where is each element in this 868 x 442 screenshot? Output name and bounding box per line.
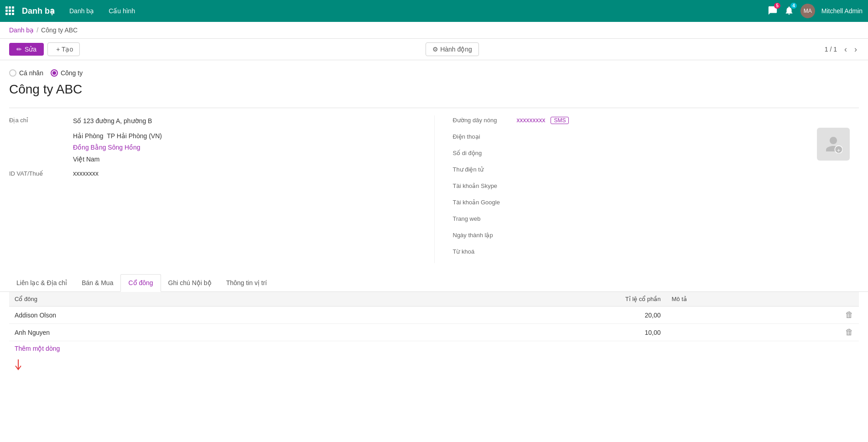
next-page-button[interactable]: › xyxy=(852,45,859,54)
nav-cau-hinh[interactable]: Cấu hình xyxy=(105,5,139,16)
shareholder-ratio: 20,00 xyxy=(358,307,666,324)
col-description: Mô tả xyxy=(666,292,840,307)
nav-danh-ba[interactable]: Danh bạ xyxy=(66,5,98,16)
mobile-field-row: Số di động xyxy=(453,148,852,161)
breadcrumb-parent[interactable]: Danh bạ xyxy=(9,26,34,34)
form-section: Địa chỉ Số 123 đường A, phường B Hải Phò… xyxy=(9,115,859,263)
prev-page-button[interactable]: ‹ xyxy=(842,45,849,54)
add-row-container: Thêm một dòng xyxy=(9,341,859,356)
vat-field-row: ID VAT/Thuế xxxxxxxx xyxy=(9,169,427,182)
breadcrumb-separator: / xyxy=(36,26,38,34)
type-company-label: Công ty xyxy=(61,69,83,77)
app-title: Danh bạ xyxy=(22,6,55,16)
phone-field-row: Điện thoại xyxy=(453,132,852,145)
tab-ban-mua[interactable]: Bán & Mua xyxy=(74,275,120,292)
col-ratio: Tỉ lệ cổ phần xyxy=(358,292,666,307)
type-individual-radio[interactable] xyxy=(9,69,16,77)
arrow-svg xyxy=(15,358,33,371)
shareholder-name: Addison Olson xyxy=(9,307,358,324)
type-individual-label: Cá nhân xyxy=(19,69,43,77)
founded-field-row: Ngày thành lập xyxy=(453,230,852,243)
hotline-value: xxxxxxxxx SMS xyxy=(517,115,569,125)
phone-label: Điện thoại xyxy=(453,132,517,140)
type-company-option[interactable]: Công ty xyxy=(51,69,83,77)
activities-badge: 4 xyxy=(790,3,797,9)
shareholder-description xyxy=(666,307,840,324)
main-content: Cá nhân Công ty Công ty ABC + Địa chỉ xyxy=(0,60,868,442)
website-field-row: Trang web xyxy=(453,214,852,227)
tab-lien-lac[interactable]: Liên lạc & Địa chỉ xyxy=(9,275,74,292)
keywords-field-row: Từ khoá xyxy=(453,247,852,260)
shareholder-name: Anh Nguyen xyxy=(9,324,358,341)
address-field-row: Địa chỉ Số 123 đường A, phường B Hải Phò… xyxy=(9,115,427,165)
address-region[interactable]: Đồng Bằng Sông Hồng xyxy=(73,144,140,151)
activities-icon-btn[interactable]: 4 xyxy=(784,5,794,17)
email-field-row: Thư điện tử xyxy=(453,165,852,177)
pagination-info: 1 / 1 xyxy=(825,46,837,53)
tab-thong-tin[interactable]: Thông tin vị trí xyxy=(219,275,275,292)
gear-icon: ⚙ xyxy=(432,46,438,53)
type-individual-option[interactable]: Cá nhân xyxy=(9,69,43,77)
hotline-link[interactable]: xxxxxxxxx xyxy=(517,116,546,124)
col-shareholder: Cổ đông xyxy=(9,292,358,307)
apps-menu-icon[interactable] xyxy=(5,6,15,16)
user-avatar[interactable]: MA xyxy=(800,4,815,18)
address-country: Việt Nam xyxy=(73,154,162,165)
vat-value: xxxxxxxx xyxy=(73,169,99,178)
type-company-radio[interactable] xyxy=(51,69,58,77)
arrow-indicator xyxy=(9,356,859,380)
address-label: Địa chỉ xyxy=(9,115,73,124)
table-header-row: Cổ đông Tỉ lệ cổ phần Mô tả xyxy=(9,292,859,307)
keywords-label: Từ khoá xyxy=(453,247,517,255)
shareholder-description xyxy=(666,324,840,341)
skype-field-row: Tài khoản Skype xyxy=(453,181,852,194)
vat-label: ID VAT/Thuế xyxy=(9,169,73,177)
tab-ghi-chu[interactable]: Ghi chú Nội bộ xyxy=(161,275,219,292)
breadcrumb: Danh bạ / Công ty ABC xyxy=(0,22,868,39)
shareholder-ratio: 10,00 xyxy=(358,324,666,341)
hotline-label: Đường dây nóng xyxy=(453,115,517,124)
delete-shareholder-button[interactable]: 🗑 xyxy=(845,328,853,337)
shareholders-table: Cổ đông Tỉ lệ cổ phần Mô tả Addison Olso… xyxy=(9,292,859,341)
type-selector: Cá nhân Công ty xyxy=(9,69,859,77)
sms-button[interactable]: SMS xyxy=(551,117,569,124)
messages-badge: 5 xyxy=(774,3,780,9)
table-row: Addison Olson 20,00 🗑 xyxy=(9,307,859,324)
google-field-row: Tài khoản Google xyxy=(453,198,852,210)
address-value: Số 123 đường A, phường B Hải Phòng TP Hả… xyxy=(73,115,162,165)
action-button[interactable]: ⚙ Hành động xyxy=(426,42,479,56)
pencil-icon: ✏ xyxy=(16,46,22,53)
address-line1: Số 123 đường A, phường B xyxy=(73,115,162,127)
mobile-label: Số di động xyxy=(453,148,517,156)
add-row-link[interactable]: Thêm một dòng xyxy=(9,341,65,356)
tab-co-dong[interactable]: Cổ đông xyxy=(120,274,161,292)
email-label: Thư điện tử xyxy=(453,165,517,173)
founded-label: Ngày thành lập xyxy=(453,230,517,239)
messages-icon-btn[interactable]: 5 xyxy=(768,5,778,17)
breadcrumb-current: Công ty ABC xyxy=(41,26,78,34)
website-label: Trang web xyxy=(453,214,517,222)
topnav: Danh bạ Danh bạ Cấu hình 5 4 MA Mitchell… xyxy=(0,0,868,22)
address-province: TP Hải Phòng (VN) xyxy=(107,132,162,140)
google-label: Tài khoản Google xyxy=(453,198,517,206)
address-city: Hải Phòng xyxy=(73,132,104,140)
company-name: Công ty ABC xyxy=(9,80,859,97)
delete-shareholder-button[interactable]: 🗑 xyxy=(845,310,853,320)
hotline-field-row: Đường dây nóng xxxxxxxxx SMS xyxy=(453,115,852,128)
table-row: Anh Nguyen 10,00 🗑 xyxy=(9,324,859,341)
edit-button[interactable]: ✏ Sửa xyxy=(9,43,44,56)
user-name[interactable]: Mitchell Admin xyxy=(821,7,863,15)
tabs: Liên lạc & Địa chỉ Bán & Mua Cổ đông Ghi… xyxy=(0,274,868,292)
action-bar: ✏ Sửa + Tạo ⚙ Hành động 1 / 1 ‹ › xyxy=(0,39,868,60)
create-button[interactable]: + Tạo xyxy=(47,42,80,56)
skype-label: Tài khoản Skype xyxy=(453,181,517,189)
